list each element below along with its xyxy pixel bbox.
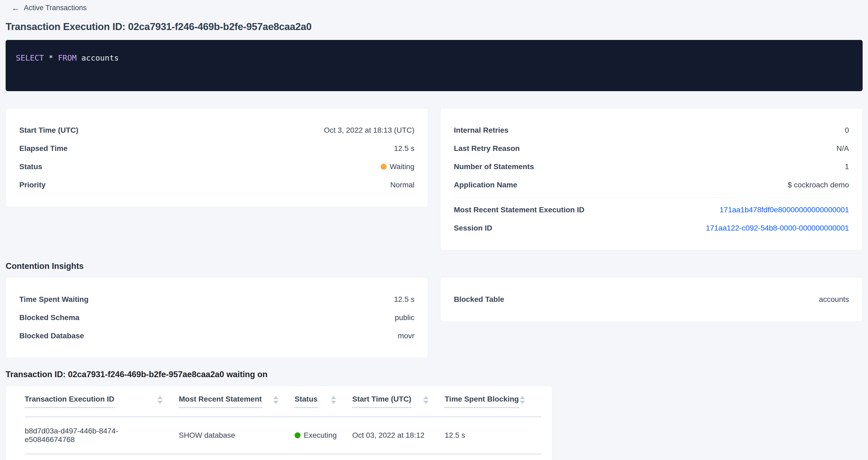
arrow-left-icon: ← — [11, 4, 20, 12]
table-row: b8d7d03a-d497-446b-8474-e50846674768 SHO… — [25, 417, 541, 454]
column-header-label: Most Recent Statement — [179, 395, 262, 408]
summary-row-statement-execution-id: Most Recent Statement Execution ID 171aa… — [454, 201, 849, 219]
sort-carets-icon[interactable] — [331, 396, 336, 404]
blocked-database-label: Blocked Database — [19, 332, 84, 340]
sql-keyword-select: SELECT — [16, 53, 44, 62]
sort-carets-icon[interactable] — [520, 396, 525, 404]
contention-row-blocked-schema: Blocked Schema public — [19, 309, 414, 327]
summary-row-last-retry-reason: Last Retry Reason N/A — [454, 140, 849, 158]
internal-retries-label: Internal Retries — [454, 126, 508, 134]
page-title: Transaction Execution ID: 02ca7931-f246-… — [6, 21, 863, 32]
blocked-table-label: Blocked Table — [454, 295, 504, 304]
summary-row-session-id: Session ID 171aa122-c092-54b8-0000-00000… — [454, 219, 849, 237]
summary-row-number-of-statements: Number of Statements 1 — [454, 158, 849, 176]
statement-execution-id-link[interactable]: 171aa1b478fdf0e80000000000000001 — [719, 206, 849, 214]
summary-row-status: Status Waiting — [19, 158, 414, 176]
contention-row-time-spent-waiting: Time Spent Waiting 12.5 s — [19, 290, 414, 309]
summary-cards-row: Start Time (UTC) Oct 3, 2022 at 18:13 (U… — [6, 108, 863, 250]
session-id-link[interactable]: 171aa122-c092-54b8-0000-000000000001 — [706, 224, 849, 233]
blocked-schema-label: Blocked Schema — [19, 313, 79, 322]
sql-star: * — [44, 53, 58, 62]
sql-keyword-from: FROM — [58, 53, 77, 62]
last-retry-reason-value: N/A — [836, 144, 849, 153]
summary-row-start-time: Start Time (UTC) Oct 3, 2022 at 18:13 (U… — [19, 121, 414, 140]
elapsed-time-label: Elapsed Time — [19, 144, 67, 153]
column-header-time-spent-blocking[interactable]: Time Spent Blocking — [445, 395, 541, 408]
column-header-label: Transaction Execution ID — [25, 395, 115, 408]
priority-label: Priority — [19, 181, 45, 189]
column-header-label: Start Time (UTC) — [352, 395, 411, 408]
cell-transaction-execution-id: b8d7d03a-d497-446b-8474-e50846674768 — [25, 427, 179, 444]
start-time-value: Oct 3, 2022 at 18:13 (UTC) — [324, 126, 414, 134]
sort-carets-icon[interactable] — [157, 396, 163, 404]
summary-row-priority: Priority Normal — [19, 176, 414, 194]
application-name-label: Application Name — [454, 181, 517, 189]
card-divider — [454, 197, 849, 197]
status-dot-icon — [294, 432, 301, 438]
blocked-database-value: movr — [398, 332, 414, 340]
summary-row-internal-retries: Internal Retries 0 — [454, 121, 849, 140]
contention-card-left: Time Spent Waiting 12.5 s Blocked Schema… — [6, 277, 428, 358]
contention-row-blocked-table: Blocked Table accounts — [454, 290, 849, 309]
sql-table-name: accounts — [77, 53, 119, 62]
waiting-on-table: Transaction Execution ID Most Recent Sta… — [6, 386, 552, 460]
session-id-label: Session ID — [454, 224, 492, 233]
time-spent-waiting-value: 12.5 s — [394, 295, 414, 304]
internal-retries-value: 0 — [845, 126, 849, 134]
summary-card-left: Start Time (UTC) Oct 3, 2022 at 18:13 (U… — [6, 108, 428, 207]
status-value: Waiting — [381, 162, 414, 171]
column-header-start-time[interactable]: Start Time (UTC) — [352, 395, 445, 408]
contention-row-blocked-database: Blocked Database movr — [19, 327, 414, 345]
waiting-on-heading: Transaction ID: 02ca7931-f246-469b-b2fe-… — [6, 370, 863, 379]
table-header-row: Transaction Execution ID Most Recent Sta… — [25, 386, 541, 417]
cell-start-time: Oct 03, 2022 at 18:12 — [352, 431, 445, 440]
last-retry-reason-label: Last Retry Reason — [454, 144, 520, 153]
status-dot-icon — [381, 164, 386, 170]
back-link-active-transactions[interactable]: ← Active Transactions — [11, 4, 87, 12]
priority-value: Normal — [390, 181, 414, 189]
sort-carets-icon[interactable] — [273, 396, 279, 404]
contention-insights-heading: Contention Insights — [6, 262, 863, 271]
sort-carets-icon[interactable] — [423, 396, 429, 404]
breadcrumb-label: Active Transactions — [24, 4, 87, 12]
number-of-statements-label: Number of Statements — [454, 162, 534, 171]
contention-cards-row: Time Spent Waiting 12.5 s Blocked Schema… — [6, 277, 863, 358]
summary-card-right: Internal Retries 0 Last Retry Reason N/A… — [440, 108, 863, 250]
column-header-label: Status — [294, 395, 318, 408]
cell-most-recent-statement: SHOW database — [179, 431, 294, 440]
statement-execution-id-label: Most Recent Statement Execution ID — [454, 206, 584, 214]
sql-statement-box: SELECT * FROM accounts — [6, 40, 863, 91]
cell-time-spent-blocking: 12.5 s — [445, 431, 541, 440]
column-header-transaction-execution-id[interactable]: Transaction Execution ID — [25, 395, 179, 408]
column-header-most-recent-statement[interactable]: Most Recent Statement — [179, 395, 294, 408]
time-spent-waiting-label: Time Spent Waiting — [19, 295, 89, 304]
transaction-details-page: ← Active Transactions Transaction Execut… — [0, 0, 868, 460]
summary-row-application-name: Application Name $ cockroach demo — [454, 176, 849, 194]
blocked-table-value: accounts — [819, 295, 849, 304]
number-of-statements-value: 1 — [845, 162, 849, 171]
status-text: Waiting — [390, 162, 414, 171]
contention-card-right: Blocked Table accounts — [440, 277, 863, 322]
summary-row-elapsed-time: Elapsed Time 12.5 s — [19, 140, 414, 158]
column-header-status[interactable]: Status — [294, 395, 352, 408]
status-label: Status — [19, 162, 42, 171]
cell-status-text: Executing — [304, 431, 337, 440]
blocked-schema-value: public — [395, 313, 414, 322]
application-name-value: $ cockroach demo — [787, 181, 849, 189]
cell-status: Executing — [294, 431, 352, 440]
column-header-label: Time Spent Blocking — [445, 395, 519, 408]
elapsed-time-value: 12.5 s — [394, 144, 414, 153]
start-time-label: Start Time (UTC) — [19, 126, 78, 134]
